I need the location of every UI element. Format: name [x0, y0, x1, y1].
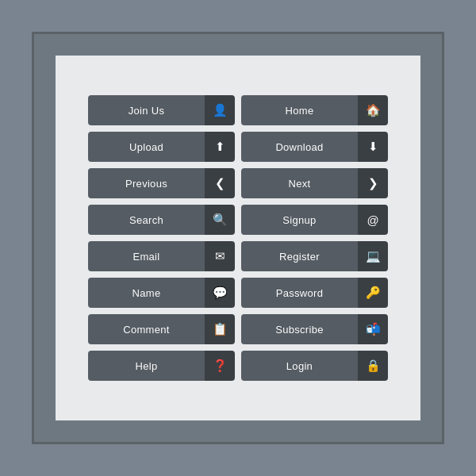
search-button[interactable]: Search🔍 [88, 205, 235, 235]
next-label: Next [241, 168, 358, 198]
password-icon: 🔑 [358, 278, 388, 308]
previous-icon: ❮ [205, 168, 235, 198]
join-us-button[interactable]: Join Us👤 [88, 95, 235, 125]
signup-label: Signup [241, 205, 358, 235]
previous-label: Previous [88, 168, 205, 198]
comment-button[interactable]: Comment📋 [88, 314, 235, 344]
join-us-label: Join Us [88, 95, 205, 125]
email-label: Email [88, 241, 205, 271]
next-icon: ❯ [358, 168, 388, 198]
previous-button[interactable]: Previous❮ [88, 168, 235, 198]
search-icon: 🔍 [205, 205, 235, 235]
name-icon: 💬 [205, 278, 235, 308]
inner-panel: Join Us👤Home🏠Upload⬆Download⬇Previous❮Ne… [56, 56, 420, 420]
name-label: Name [88, 278, 205, 308]
help-icon: ❓ [205, 351, 235, 381]
help-label: Help [88, 351, 205, 381]
register-icon: 💻 [358, 241, 388, 271]
signup-button[interactable]: Signup@ [241, 205, 388, 235]
upload-button[interactable]: Upload⬆ [88, 132, 235, 162]
join-us-icon: 👤 [205, 95, 235, 125]
login-button[interactable]: Login🔒 [241, 351, 388, 381]
signup-icon: @ [358, 205, 388, 235]
email-button[interactable]: Email✉ [88, 241, 235, 271]
download-label: Download [241, 132, 358, 162]
register-label: Register [241, 241, 358, 271]
login-icon: 🔒 [358, 351, 388, 381]
name-button[interactable]: Name💬 [88, 278, 235, 308]
upload-label: Upload [88, 132, 205, 162]
home-button[interactable]: Home🏠 [241, 95, 388, 125]
home-icon: 🏠 [358, 95, 388, 125]
login-label: Login [241, 351, 358, 381]
help-button[interactable]: Help❓ [88, 351, 235, 381]
search-label: Search [88, 205, 205, 235]
comment-icon: 📋 [205, 314, 235, 344]
next-button[interactable]: Next❯ [241, 168, 388, 198]
outer-frame: Join Us👤Home🏠Upload⬆Download⬇Previous❮Ne… [32, 32, 444, 444]
subscribe-button[interactable]: Subscribe📬 [241, 314, 388, 344]
subscribe-label: Subscribe [241, 314, 358, 344]
subscribe-icon: 📬 [358, 314, 388, 344]
button-grid: Join Us👤Home🏠Upload⬆Download⬇Previous❮Ne… [80, 87, 396, 389]
upload-icon: ⬆ [205, 132, 235, 162]
email-icon: ✉ [205, 241, 235, 271]
download-icon: ⬇ [358, 132, 388, 162]
password-button[interactable]: Password🔑 [241, 278, 388, 308]
register-button[interactable]: Register💻 [241, 241, 388, 271]
home-label: Home [241, 95, 358, 125]
comment-label: Comment [88, 314, 205, 344]
password-label: Password [241, 278, 358, 308]
download-button[interactable]: Download⬇ [241, 132, 388, 162]
